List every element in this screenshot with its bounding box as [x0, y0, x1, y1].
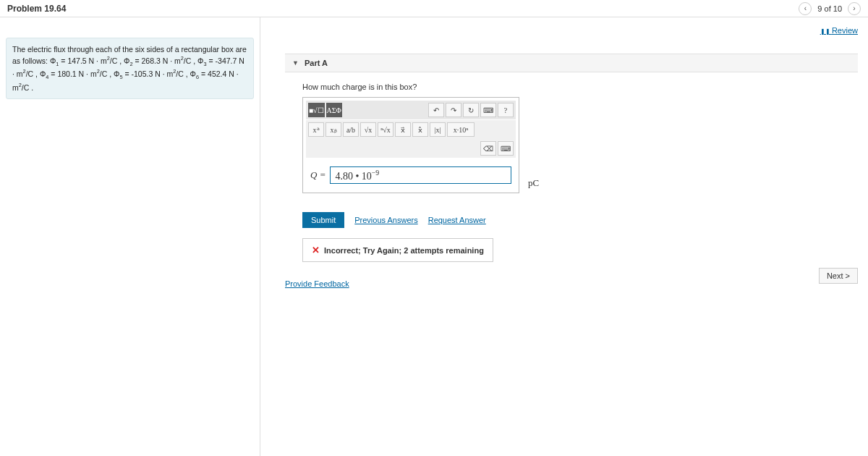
equation-toolbar-secondary: xᵃ xᵦ a/b √x ⁿ√x x⃗ x̂ |x| x·10ⁿ: [306, 120, 516, 139]
fraction-button[interactable]: a/b: [343, 122, 359, 137]
templates-button[interactable]: ■√☐: [308, 103, 325, 117]
equation-toolbar-primary: ■√☐ ΑΣΦ ↶ ↷ ↻ ⌨ ?: [306, 101, 516, 119]
superscript-button[interactable]: xᵃ: [308, 122, 324, 137]
page-indicator: 9 of 10: [817, 4, 842, 13]
answer-value: 4.80 • 10−9: [335, 169, 379, 182]
problem-title: Problem 19.64: [7, 4, 66, 14]
part-a-header[interactable]: ▼ Part A: [285, 54, 858, 72]
review-link[interactable]: Review: [820, 26, 858, 35]
collapse-caret-icon: ▼: [292, 59, 299, 67]
feedback-text: Incorrect; Try Again; 2 attempts remaini…: [324, 246, 484, 255]
nroot-button[interactable]: ⁿ√x: [378, 122, 393, 137]
vector-button[interactable]: x⃗: [395, 122, 411, 137]
equation-toolbar-tertiary: ⌫ ⌨: [306, 139, 516, 158]
prev-page-button[interactable]: ‹: [799, 2, 812, 15]
hat-button[interactable]: x̂: [412, 122, 428, 137]
answer-line: Q = 4.80 • 10−9: [306, 158, 516, 190]
answer-column: Review ▼ Part A How much charge is in th…: [260, 17, 868, 456]
answer-input[interactable]: 4.80 • 10−9: [330, 166, 511, 184]
next-page-button[interactable]: ›: [848, 2, 861, 15]
redo-button[interactable]: ↷: [446, 103, 461, 117]
provide-feedback-link[interactable]: Provide Feedback: [285, 279, 858, 288]
request-answer-link[interactable]: Request Answer: [428, 216, 486, 224]
part-prompt: How much charge is in this box?: [285, 72, 858, 97]
previous-answers-link[interactable]: Previous Answers: [354, 216, 417, 224]
keyboard-button[interactable]: ⌨: [480, 103, 496, 117]
undo-button[interactable]: ↶: [428, 103, 444, 117]
part-label: Part A: [305, 59, 328, 67]
greek-button[interactable]: ΑΣΦ: [326, 103, 342, 117]
next-button[interactable]: Next >: [819, 268, 858, 284]
feedback-message: ✕ Incorrect; Try Again; 2 attempts remai…: [302, 238, 493, 262]
scientific-button[interactable]: x·10ⁿ: [447, 122, 475, 137]
submit-button[interactable]: Submit: [302, 212, 344, 228]
main-area: The electric flux through each of the si…: [0, 17, 868, 456]
subscript-button[interactable]: xᵦ: [326, 122, 341, 137]
page-nav: ‹ 9 of 10 ›: [799, 2, 861, 15]
abs-button[interactable]: |x|: [430, 122, 446, 137]
sqrt-button[interactable]: √x: [360, 122, 376, 137]
reset-button[interactable]: ↻: [463, 103, 479, 117]
help-button[interactable]: ?: [498, 103, 514, 117]
answer-box: ■√☐ ΑΣΦ ↶ ↷ ↻ ⌨ ? xᵃ xᵦ a/b √x: [302, 97, 519, 193]
incorrect-icon: ✕: [312, 245, 320, 256]
top-bar: Problem 19.64 ‹ 9 of 10 ›: [0, 0, 868, 17]
variable-label: Q =: [310, 169, 326, 181]
problem-statement-column: The electric flux through each of the si…: [0, 17, 260, 456]
submit-row: Submit Previous Answers Request Answer: [302, 212, 858, 228]
backspace-button[interactable]: ⌫: [480, 141, 496, 156]
problem-statement: The electric flux through each of the si…: [6, 38, 254, 99]
unit-label: pC: [528, 177, 539, 188]
keyboard2-button[interactable]: ⌨: [498, 141, 514, 156]
